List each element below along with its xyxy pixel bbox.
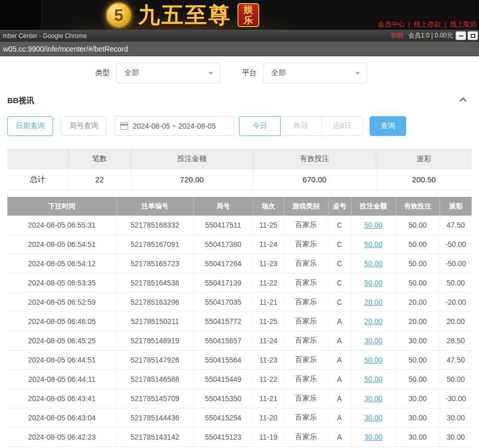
screen: 5 九五至尊 娱乐 会员中心|线上存款|线上取款 mber Center - G… [0, 0, 479, 448]
cell-game-type: 百家乐 [284, 216, 328, 235]
date-range-picker[interactable]: 2024-08-05 ~ 2024-08-05 [115, 116, 234, 136]
today-button[interactable]: 今日 [239, 116, 281, 136]
bet-amount-link[interactable]: 50.00 [364, 279, 382, 287]
table-row: 2024-08-05 06:53:35 521785164536 5504171… [7, 273, 472, 293]
nav-member-center[interactable]: 会员中心 [377, 20, 405, 28]
cell-valid-bet: 50.00 [396, 235, 439, 254]
cell-game-type: 百家乐 [284, 273, 328, 293]
bet-amount-link[interactable]: 50.00 [364, 375, 382, 383]
last8days-button[interactable]: 近8日 [321, 116, 363, 136]
cell-session: 11-23 [253, 351, 284, 370]
cell-round: 550417380 [193, 235, 253, 254]
table-row: 2024-08-05 06:52:59 521785163296 5504170… [7, 293, 472, 312]
cell-bet-amount: 20.00 [351, 312, 396, 331]
table-row: 2024-08-05 06:55:31 521785168332 5504175… [7, 216, 472, 235]
cell-payout: -30.00 [439, 389, 472, 408]
summary-table: 笔数 投注金额 有效投注 派彩 总计 22 720.00 670.00 200.… [7, 148, 472, 191]
cell-bet-time: 2024-08-05 06:43:04 [7, 408, 117, 428]
table-row: 2024-08-05 06:44:11 521785146588 5504154… [7, 370, 472, 389]
date-query-button[interactable]: 日期查询 [7, 116, 53, 136]
cell-valid-bet: 50.00 [396, 216, 439, 235]
summary-header-valid-bet: 有效投注 [253, 148, 376, 169]
cell-round: 550415657 [193, 331, 253, 351]
bet-amount-link[interactable]: 30.00 [364, 433, 382, 441]
summary-payout: 200.50 [376, 169, 472, 190]
cell-session: 11-23 [253, 254, 284, 273]
bet-amount-link[interactable]: 50.00 [364, 221, 382, 229]
bet-amount-link[interactable]: 50.00 [364, 240, 382, 248]
nav-online-deposit[interactable]: 线上存款 [414, 20, 441, 28]
filter-row: 类型 全部 平台 全部 [7, 63, 472, 83]
cell-bet-time: 2024-08-05 06:44:51 [7, 351, 117, 370]
bet-amount-link[interactable]: 30.00 [364, 337, 382, 345]
summary-header-row: 笔数 投注金额 有效投注 派彩 [7, 148, 472, 169]
type-label: 类型 [95, 68, 110, 78]
platform-select[interactable]: 全部 [263, 63, 367, 83]
cell-session: 11-21 [253, 293, 284, 312]
cell-bet-id: 521785146588 [117, 370, 193, 389]
summary-header-payout: 派彩 [376, 148, 472, 169]
table-row: 2024-08-05 06:54:12 521785165723 5504172… [7, 254, 472, 273]
cell-session: 11-24 [253, 331, 284, 351]
cell-round: 550417511 [193, 216, 253, 235]
bet-amount-link[interactable]: 30.00 [364, 394, 382, 403]
cell-bet-id: 521785167091 [117, 235, 193, 254]
cell-payout: -50.00 [439, 235, 472, 254]
nav-online-withdraw[interactable]: 线上取款 [450, 20, 477, 28]
cell-bet-time: 2024-08-05 06:43:41 [7, 389, 117, 408]
cell-table-no: A [328, 312, 351, 331]
col-session: 场次 [253, 197, 284, 216]
cell-round: 550415350 [193, 389, 253, 408]
maximize-button[interactable] [468, 31, 478, 40]
type-select[interactable]: 全部 [116, 63, 220, 83]
cell-payout: -50.00 [439, 254, 472, 273]
col-payout: 派彩 [439, 197, 472, 216]
table-row: 2024-08-05 06:46:05 521785150211 5504157… [7, 312, 472, 331]
cell-game-type: 百家乐 [284, 389, 328, 408]
bet-amount-link[interactable]: 30.00 [364, 414, 382, 422]
bet-amount-link[interactable]: 20.00 [364, 317, 382, 326]
round-query-button[interactable]: 局号查询 [61, 116, 107, 136]
browser-urlbar[interactable]: w05.cc:9900/infe/mcenter/#/betRecord [0, 42, 479, 56]
cell-bet-id: 521785165723 [117, 254, 193, 273]
cell-bet-time: 2024-08-05 06:54:51 [7, 235, 117, 254]
cell-valid-bet: 30.00 [396, 389, 439, 408]
minimize-icon [459, 35, 463, 36]
minimize-button[interactable] [456, 31, 466, 40]
col-bet-id: 注单编号 [117, 197, 193, 216]
cell-round: 550417035 [193, 293, 253, 312]
col-round: 局号 [193, 197, 253, 216]
collapse-chevron-icon[interactable] [460, 97, 467, 104]
bet-amount-link[interactable]: 50.00 [364, 356, 382, 364]
bet-amount-link[interactable]: 50.00 [364, 259, 382, 268]
brand-logo: 5 九五至尊 娱乐 [105, 1, 259, 30]
summary-header-empty [7, 148, 68, 169]
col-game-type: 游戏类别 [284, 197, 328, 216]
cell-bet-time: 2024-08-05 06:52:59 [7, 293, 117, 312]
cell-session: 11-25 [253, 216, 284, 235]
cell-bet-time: 2024-08-05 06:54:12 [7, 254, 117, 273]
cell-valid-bet: 30.00 [396, 428, 439, 447]
cell-table-no: A [328, 428, 351, 447]
bet-amount-link[interactable]: 20.00 [364, 298, 382, 306]
brand-name: 九五至尊 [138, 1, 232, 30]
yesterday-button[interactable]: 昨日 [280, 116, 322, 136]
badge-text: 娱乐 [244, 4, 253, 26]
summary-header-bet-amount: 投注金额 [131, 148, 253, 169]
cell-bet-time: 2024-08-05 06:44:11 [7, 370, 117, 389]
col-valid-bet: 有效投注 [396, 197, 439, 216]
quick-date-group: 今日 昨日 近8日 [239, 116, 363, 136]
summary-header-count: 笔数 [68, 148, 131, 169]
type-select-value: 全部 [124, 68, 139, 78]
cell-game-type: 百家乐 [284, 370, 328, 389]
cell-valid-bet: 20.00 [396, 312, 439, 331]
table-row: 2024-08-05 06:42:23 521785143142 5504151… [7, 428, 472, 447]
entertainment-badge: 娱乐 [237, 3, 259, 27]
cell-table-no: A [328, 389, 351, 408]
titlebar-extra: 帮助 会员1:0 | 0.00元 [390, 30, 453, 42]
search-button[interactable]: 查询 [370, 116, 406, 136]
cell-valid-bet: 30.00 [396, 408, 439, 428]
help-link[interactable]: 帮助 [390, 31, 403, 40]
table-row: 2024-08-05 06:54:51 521785167091 5504173… [7, 235, 472, 254]
cell-session: 11-24 [253, 235, 284, 254]
